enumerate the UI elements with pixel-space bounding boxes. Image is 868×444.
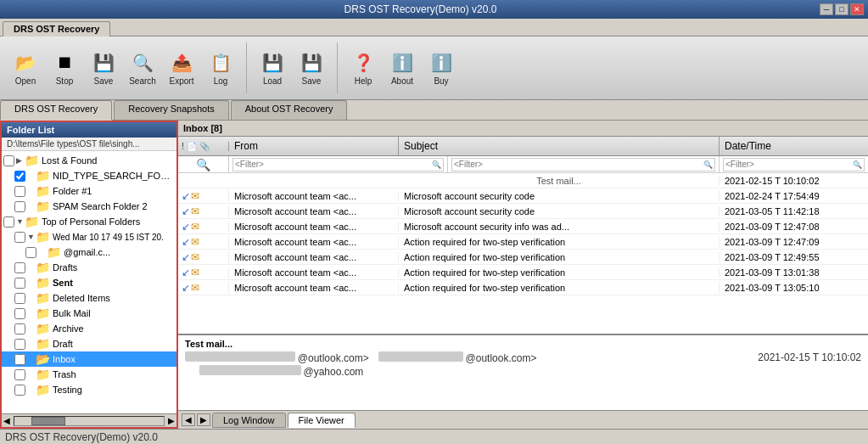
col-icon-excl[interactable]: ! bbox=[182, 142, 184, 151]
subtab-recovery[interactable]: DRS OST Recovery bbox=[0, 100, 112, 121]
col-header-from[interactable]: From bbox=[229, 137, 399, 155]
load-button[interactable]: 💾 Load bbox=[254, 44, 291, 92]
minimize-button[interactable]: ─ bbox=[820, 3, 833, 15]
filter-subject-search-btn[interactable]: 🔍 bbox=[702, 160, 714, 169]
email-arrow-icon-8: ↙ bbox=[182, 282, 190, 294]
folder-checkbox-drafts[interactable] bbox=[14, 262, 25, 273]
table-row[interactable]: ↙ ✉ Microsoft account team <ac... Action… bbox=[178, 234, 868, 250]
app-tab[interactable]: DRS OST Recovery bbox=[3, 21, 110, 37]
filter-from-search-btn[interactable]: 🔍 bbox=[430, 160, 443, 169]
folder-checkbox-bulk[interactable] bbox=[14, 308, 25, 319]
folder-checkbox-spam[interactable] bbox=[14, 201, 25, 212]
folder-item-archive[interactable]: 📁 Archive bbox=[2, 321, 176, 336]
folder-name-deleted: Deleted Items bbox=[53, 293, 110, 303]
folder-checkbox-nid[interactable] bbox=[14, 171, 25, 182]
preview-from-at2: @outlook.com> bbox=[466, 352, 537, 364]
folder-icon-lost: 📁 bbox=[25, 154, 39, 167]
folder-checkbox-inbox[interactable] bbox=[14, 354, 25, 365]
folder-name-nid: NID_TYPE_SEARCH_FOLDE bbox=[53, 171, 175, 181]
folder-item-spam[interactable]: 📁 SPAM Search Folder 2 bbox=[2, 199, 176, 214]
filter-date-input[interactable] bbox=[724, 160, 851, 169]
folder-checkbox-trash[interactable] bbox=[14, 369, 25, 380]
save-button[interactable]: 💾 Save bbox=[85, 44, 122, 92]
folder-item-bulk[interactable]: 📁 Bulk Mail bbox=[2, 306, 176, 321]
hscroll-track[interactable] bbox=[14, 416, 165, 426]
help-button[interactable]: ❓ Help bbox=[344, 44, 382, 92]
folder-hscroll[interactable]: ◀ ▶ bbox=[2, 413, 176, 427]
filter-subject-input-box[interactable]: 🔍 bbox=[451, 158, 715, 171]
search-button[interactable]: 🔍 Search bbox=[124, 44, 161, 92]
folder-checkbox-gmail[interactable] bbox=[25, 247, 36, 258]
about-button[interactable]: ℹ️ About bbox=[384, 44, 421, 92]
col-icon-clip[interactable]: 📎 bbox=[199, 142, 210, 151]
folder-item-gmail[interactable]: 📁 @gmail.c... bbox=[2, 244, 176, 260]
bottom-nav-back[interactable]: ◀ bbox=[182, 413, 195, 426]
folder-item-trash[interactable]: 📁 Trash bbox=[2, 367, 176, 382]
col-header-datetime[interactable]: Date/Time bbox=[720, 137, 868, 155]
export-icon: 📤 bbox=[170, 51, 193, 75]
export-button[interactable]: 📤 Export bbox=[163, 44, 200, 92]
folder-checkbox-testing[interactable] bbox=[14, 385, 25, 396]
maximize-button[interactable]: □ bbox=[835, 3, 848, 15]
col-header-subject[interactable]: Subject bbox=[399, 137, 720, 155]
buy-button[interactable]: ℹ️ Buy bbox=[423, 44, 460, 92]
folder-checkbox-lost[interactable] bbox=[3, 155, 14, 166]
folder-checkbox-sent[interactable] bbox=[14, 278, 25, 289]
folder-checkbox-deleted[interactable] bbox=[14, 293, 25, 304]
open-button[interactable]: 📂 Open bbox=[7, 44, 44, 92]
col-icon-doc[interactable]: 📄 bbox=[187, 142, 197, 151]
folder-checkbox-folder1[interactable] bbox=[14, 186, 25, 197]
folder-name-spam: SPAM Search Folder 2 bbox=[53, 201, 148, 211]
filter-date-search-btn[interactable]: 🔍 bbox=[851, 160, 864, 169]
table-row[interactable]: ↙ ✉ Microsoft account team <ac... Action… bbox=[178, 280, 868, 295]
filter-date-input-box[interactable]: 🔍 bbox=[723, 158, 865, 171]
table-row[interactable]: ↙ ✉ Microsoft account team <ac... Action… bbox=[178, 265, 868, 280]
folder-item-nid[interactable]: 📁 NID_TYPE_SEARCH_FOLDE bbox=[2, 168, 176, 183]
hscroll-left[interactable]: ◀ bbox=[2, 416, 12, 425]
open-icon: 📂 bbox=[14, 51, 37, 75]
table-row[interactable]: ↙ ✉ Microsoft account team <ac... Micros… bbox=[178, 188, 868, 204]
app-container: DRS OST Recovery 📂 Open ⏹ Stop 💾 Save 🔍 … bbox=[0, 19, 868, 444]
subtab-snapshots[interactable]: Recovery Snapshots bbox=[114, 100, 229, 120]
folder-item-wedmar[interactable]: ▼ 📁 Wed Mar 10 17 49 15 IST 20. bbox=[2, 229, 176, 244]
folder-item-folder1[interactable]: 📁 Folder #1 bbox=[2, 183, 176, 199]
folder-item-sent[interactable]: 📁 Sent bbox=[2, 275, 176, 290]
col-subject-text: Subject bbox=[404, 140, 438, 152]
filter-from-input[interactable] bbox=[233, 160, 430, 169]
folder-checkbox-wedmar[interactable] bbox=[14, 232, 25, 243]
bottom-tab-viewer[interactable]: File Viewer bbox=[288, 413, 356, 428]
subtab-about[interactable]: About OST Recovery bbox=[231, 100, 348, 120]
stop-button[interactable]: ⏹ Stop bbox=[46, 44, 83, 92]
log-button[interactable]: 📋 Log bbox=[202, 44, 239, 92]
bottom-tab-log[interactable]: Log Window bbox=[212, 413, 286, 428]
email-arrow-icon-5: ↙ bbox=[182, 236, 190, 248]
filter-subject-input[interactable] bbox=[452, 160, 702, 169]
filter-from-input-box[interactable]: 🔍 bbox=[232, 158, 444, 171]
sub-toolbar: DRS OST Recovery Recovery Snapshots Abou… bbox=[0, 100, 868, 121]
table-row[interactable]: Test mail... 2021-02-15 T 10:10:02 bbox=[178, 173, 868, 188]
folder-checkbox-archive[interactable] bbox=[14, 323, 25, 334]
folder-item-testing[interactable]: 📁 Testing bbox=[2, 382, 176, 397]
status-text: DRS OST Recovery(Demo) v20.0 bbox=[5, 431, 158, 443]
folder-item-lost[interactable]: ▶ 📁 Lost & Found bbox=[2, 153, 176, 168]
folder-item-top[interactable]: ▼ 📁 Top of Personal Folders bbox=[2, 214, 176, 229]
bottom-nav-forward[interactable]: ▶ bbox=[197, 413, 210, 426]
hscroll-right[interactable]: ▶ bbox=[166, 416, 176, 425]
table-row[interactable]: ↙ ✉ Microsoft account team <ac... Micros… bbox=[178, 204, 868, 219]
folder-checkbox-top[interactable] bbox=[3, 216, 14, 228]
close-button[interactable]: ✕ bbox=[850, 3, 864, 15]
preview-from-blurred1 bbox=[185, 351, 295, 362]
folder-item-deleted[interactable]: 📁 Deleted Items bbox=[2, 290, 176, 306]
email-envelope-icon-8: ✉ bbox=[191, 282, 199, 294]
table-row[interactable]: ↙ ✉ Microsoft account team <ac... Micros… bbox=[178, 219, 868, 234]
save2-button[interactable]: 💾 Save bbox=[293, 44, 330, 92]
email-date-1: 2021-02-15 T 10:10:02 bbox=[720, 176, 868, 186]
email-subject-1: Test mail... bbox=[399, 176, 720, 186]
folder-checkbox-draft[interactable] bbox=[14, 339, 25, 350]
folder-item-draft[interactable]: 📁 Draft bbox=[2, 336, 176, 351]
folder-item-drafts[interactable]: 📁 Drafts bbox=[2, 260, 176, 275]
email-from-8: Microsoft account team <ac... bbox=[229, 283, 399, 293]
table-row[interactable]: ↙ ✉ Microsoft account team <ac... Action… bbox=[178, 250, 868, 265]
folder-item-inbox[interactable]: 📂 Inbox bbox=[2, 351, 176, 367]
folder-icon-sent: 📁 bbox=[36, 276, 50, 289]
